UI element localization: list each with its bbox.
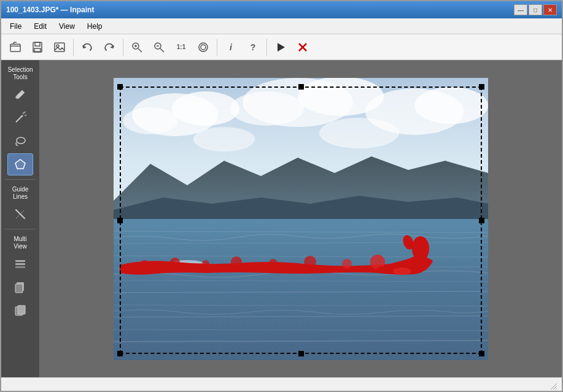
svg-point-62	[412, 236, 429, 261]
info-icon: i	[230, 42, 232, 52]
menu-edit[interactable]: Edit	[28, 20, 53, 33]
copy-view-tool[interactable]	[7, 276, 33, 298]
menu-view[interactable]: View	[53, 20, 81, 33]
menu-file[interactable]: File	[4, 20, 28, 33]
separator-4	[266, 39, 267, 56]
layers-tool[interactable]	[7, 253, 33, 275]
svg-point-69	[170, 258, 180, 267]
svg-point-45	[319, 118, 399, 148]
run-button[interactable]	[270, 37, 291, 58]
svg-rect-30	[15, 266, 25, 268]
svg-rect-0	[10, 44, 20, 52]
window-title: 100_1403.JPG* — Inpaint	[6, 6, 94, 14]
guide-lines-label: GuideLines	[1, 183, 39, 202]
svg-rect-2	[35, 42, 40, 46]
main-area: SelectionTools	[1, 60, 562, 377]
minimize-button[interactable]: —	[514, 4, 527, 15]
separator-2	[123, 39, 123, 56]
image-button[interactable]	[49, 37, 70, 58]
svg-point-43	[414, 87, 488, 124]
canvas-area[interactable]	[39, 60, 562, 377]
close-window-button[interactable]: ✕	[543, 4, 557, 15]
svg-point-65	[304, 256, 316, 268]
selection-tools-label: SelectionTools	[1, 64, 39, 82]
zoom-out-button[interactable]	[149, 37, 169, 58]
svg-line-19	[16, 116, 22, 122]
magic-wand-tool[interactable]	[7, 107, 33, 129]
svg-point-68	[202, 260, 209, 267]
image-canvas	[114, 78, 488, 360]
paste-view-tool[interactable]	[7, 299, 33, 321]
svg-point-38	[123, 107, 178, 134]
svg-rect-28	[15, 260, 25, 262]
sidebar: SelectionTools	[1, 60, 39, 377]
title-bar: 100_1403.JPG* — Inpaint — □ ✕	[1, 1, 562, 18]
svg-line-23	[25, 112, 26, 113]
svg-marker-25	[15, 159, 25, 169]
image-container	[114, 78, 488, 360]
lasso-tool[interactable]	[7, 130, 33, 152]
menubar: File Edit View Help	[1, 18, 562, 34]
zoom-fit-button[interactable]	[193, 37, 214, 58]
help-button[interactable]: ?	[243, 37, 263, 58]
svg-marker-15	[278, 43, 285, 52]
svg-rect-3	[34, 48, 41, 52]
svg-point-14	[201, 45, 206, 50]
separator-3	[217, 39, 217, 56]
toolbar: 1:1 i ?	[1, 34, 562, 60]
svg-line-75	[556, 388, 557, 390]
svg-line-11	[160, 48, 164, 52]
info-button[interactable]: i	[220, 37, 241, 58]
svg-point-41	[230, 91, 304, 126]
separator-1	[73, 39, 74, 56]
svg-point-64	[342, 259, 352, 269]
zoom-100-label: 1:1	[177, 44, 185, 50]
close-inpaint-button[interactable]	[292, 37, 313, 58]
help-icon: ?	[250, 42, 256, 52]
main-window: 100_1403.JPG* — Inpaint — □ ✕ File Edit …	[0, 0, 563, 392]
brush-tool[interactable]	[7, 83, 33, 106]
open-button[interactable]	[5, 37, 26, 58]
svg-point-24	[17, 137, 25, 144]
svg-point-66	[269, 259, 278, 267]
sidebar-divider-2	[5, 229, 36, 229]
svg-line-7	[138, 48, 142, 52]
svg-point-13	[199, 43, 208, 52]
window-controls: — □ ✕	[514, 4, 557, 15]
polygon-lasso-tool[interactable]	[7, 153, 33, 175]
svg-point-67	[231, 256, 242, 267]
menu-help[interactable]: Help	[81, 20, 109, 33]
svg-point-70	[140, 260, 149, 269]
svg-point-44	[193, 127, 255, 152]
multi-view-label: MultiView	[1, 233, 39, 252]
undo-button[interactable]	[77, 37, 98, 58]
svg-point-71	[393, 267, 411, 275]
svg-rect-32	[15, 284, 23, 293]
svg-point-72	[376, 266, 391, 272]
svg-point-37	[172, 91, 239, 126]
guide-tool[interactable]	[7, 203, 33, 225]
image-svg	[114, 78, 488, 360]
zoom-in-button[interactable]	[126, 37, 147, 58]
save-button[interactable]	[27, 37, 48, 58]
redo-button[interactable]	[99, 37, 120, 58]
svg-point-20	[21, 115, 23, 117]
svg-rect-4	[55, 43, 64, 52]
svg-rect-48	[114, 219, 488, 360]
svg-rect-34	[18, 306, 25, 314]
svg-rect-29	[15, 263, 25, 265]
sidebar-divider-1	[5, 179, 36, 180]
maximize-button[interactable]: □	[529, 4, 542, 15]
statusbar	[1, 377, 562, 391]
zoom-100-button[interactable]: 1:1	[171, 37, 192, 58]
resize-handle[interactable]	[547, 380, 557, 390]
